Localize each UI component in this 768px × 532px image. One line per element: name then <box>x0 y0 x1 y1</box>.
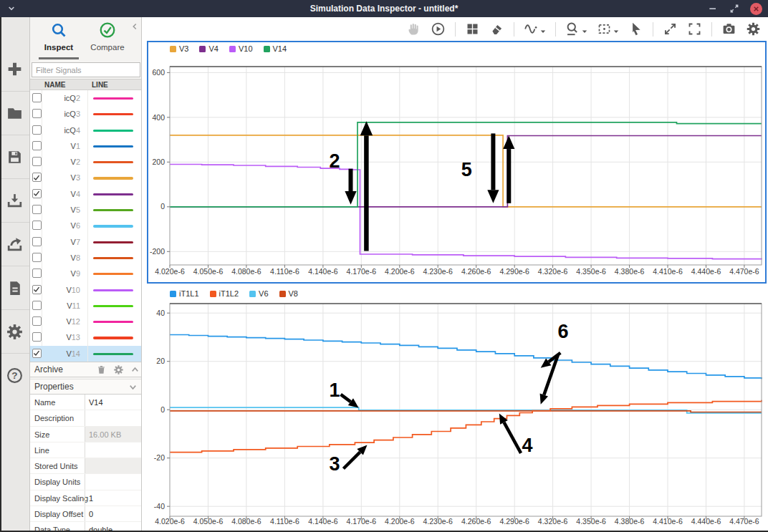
signal-line-swatch[interactable] <box>93 225 133 227</box>
toolbar-zoom-in-x-button[interactable] <box>565 21 587 37</box>
property-value[interactable] <box>85 474 141 489</box>
bottom-plot-canvas[interactable]: 40200-20-404.020e-64.050e-64.080e-64.110… <box>147 285 767 532</box>
chevron-left-icon[interactable] <box>130 21 140 32</box>
legend-item-V4[interactable]: V4 <box>199 44 218 53</box>
signal-row-V7[interactable]: V7 <box>30 234 141 250</box>
signal-line-swatch[interactable] <box>93 321 133 323</box>
signal-row-V13[interactable]: V13 <box>30 329 141 345</box>
signal-checkbox[interactable] <box>32 173 42 182</box>
signal-line-swatch[interactable] <box>93 130 133 132</box>
sidebar-report-document-button[interactable] <box>0 266 29 309</box>
signal-checkbox[interactable] <box>32 237 42 246</box>
signal-line-swatch[interactable] <box>93 289 133 291</box>
property-value[interactable]: V14 <box>85 395 141 410</box>
filter-signals-input[interactable] <box>32 62 140 77</box>
signal-line-swatch[interactable] <box>93 113 133 115</box>
chevron-up-icon[interactable] <box>130 364 140 375</box>
signal-line-swatch[interactable] <box>93 193 133 195</box>
toolbar-settings-gear-button[interactable] <box>746 21 761 37</box>
signal-row-icQ4[interactable]: icQ4 <box>30 122 141 138</box>
signal-checkbox[interactable] <box>32 269 42 278</box>
signal-line-swatch[interactable] <box>93 273 133 275</box>
signal-row-V3[interactable]: V3 <box>30 170 141 185</box>
toolbar-zoom-region-button[interactable] <box>597 21 619 37</box>
signal-line-swatch[interactable] <box>93 305 133 307</box>
signal-row-V12[interactable]: V12 <box>30 314 141 329</box>
sidebar-help-question-button[interactable]: ? <box>0 353 29 397</box>
property-value[interactable] <box>85 442 141 458</box>
signal-row-V14[interactable]: V14 <box>30 346 141 362</box>
toolbar-signal-wave-button[interactable] <box>524 21 546 37</box>
sidebar-open-folder-button[interactable] <box>0 91 29 135</box>
archive-bar[interactable]: Archive <box>30 362 141 377</box>
toolbar-eraser-button[interactable] <box>489 21 504 37</box>
signal-row-icQ2[interactable]: icQ2 <box>30 90 141 106</box>
restore-icon[interactable] <box>729 3 740 14</box>
signal-row-V6[interactable]: V6 <box>30 218 141 233</box>
property-value[interactable] <box>85 410 141 425</box>
signal-checkbox[interactable] <box>32 93 42 102</box>
signal-line-swatch[interactable] <box>93 241 133 243</box>
toolbar-snapshot-camera-button[interactable] <box>721 21 736 37</box>
signal-row-icQ3[interactable]: icQ3 <box>30 106 141 122</box>
signal-row-V1[interactable]: V1 <box>30 138 141 154</box>
sidebar-add-plus-button[interactable] <box>0 47 29 91</box>
signal-checkbox[interactable] <box>32 189 42 198</box>
signal-line-swatch[interactable] <box>93 337 133 339</box>
signal-row-V10[interactable]: V10 <box>30 282 141 298</box>
signal-checkbox[interactable] <box>32 253 42 262</box>
signal-row-V5[interactable]: V5 <box>30 202 141 218</box>
chevron-down-icon[interactable] <box>128 382 138 392</box>
legend-item-V10[interactable]: V10 <box>229 44 253 53</box>
signal-checkbox[interactable] <box>32 109 42 118</box>
toolbar-fit-to-view-button[interactable] <box>663 21 678 37</box>
signal-line-swatch[interactable] <box>93 97 133 100</box>
signal-checkbox[interactable] <box>32 205 42 214</box>
signal-checkbox[interactable] <box>32 285 42 294</box>
legend-item-V14[interactable]: V14 <box>264 44 287 53</box>
signal-checkbox[interactable] <box>32 125 42 135</box>
signal-checkbox[interactable] <box>32 157 42 166</box>
sidebar-import-download-button[interactable] <box>0 178 29 222</box>
minimize-icon[interactable] <box>707 3 719 14</box>
signal-line-swatch[interactable] <box>93 209 133 211</box>
signal-row-V4[interactable]: V4 <box>30 186 141 202</box>
signal-row-V2[interactable]: V2 <box>30 154 141 170</box>
toolbar-layout-grid-button[interactable] <box>465 21 480 37</box>
signal-row-V8[interactable]: V8 <box>30 250 141 266</box>
tab-compare[interactable]: Compare <box>85 21 130 52</box>
toolbar-pan-hand-button[interactable] <box>406 21 421 37</box>
signal-checkbox[interactable] <box>32 349 42 358</box>
gear-icon[interactable] <box>113 364 124 375</box>
legend-item-iT1L1[interactable]: iT1L1 <box>170 289 199 298</box>
sidebar-preferences-gear-button[interactable] <box>0 309 29 353</box>
signal-checkbox[interactable] <box>32 141 42 150</box>
property-value[interactable]: 1 <box>85 490 141 506</box>
signal-checkbox[interactable] <box>32 221 42 230</box>
legend-item-iT1L2[interactable]: iT1L2 <box>210 289 239 298</box>
signal-line-swatch[interactable] <box>93 257 133 259</box>
signal-line-swatch[interactable] <box>93 177 133 179</box>
toolbar-fullscreen-button[interactable] <box>687 21 702 37</box>
top-plot-canvas[interactable]: 6004002000-2004.020e-64.050e-64.080e-64.… <box>148 42 765 282</box>
signal-line-swatch[interactable] <box>93 161 133 163</box>
toolbar-replay-button[interactable] <box>431 21 446 37</box>
toolbar-cursor-arrow-button[interactable] <box>628 21 643 37</box>
legend-item-V3[interactable]: V3 <box>170 44 188 53</box>
legend-item-V6[interactable]: V6 <box>249 289 268 298</box>
legend-item-V8[interactable]: V8 <box>279 289 298 298</box>
signal-line-swatch[interactable] <box>93 145 133 147</box>
signal-row-V9[interactable]: V9 <box>30 266 141 281</box>
tab-inspect[interactable]: Inspect <box>37 21 80 52</box>
signal-line-swatch[interactable] <box>93 353 133 355</box>
trash-icon[interactable] <box>96 364 107 375</box>
signal-row-V11[interactable]: V11 <box>30 298 141 314</box>
properties-header[interactable]: Properties <box>30 379 141 395</box>
signal-checkbox[interactable] <box>32 301 42 310</box>
close-icon[interactable] <box>750 3 762 15</box>
sidebar-export-share-button[interactable] <box>0 222 29 266</box>
sidebar-save-floppy-button[interactable] <box>0 135 29 178</box>
property-value[interactable]: 0 <box>85 506 141 521</box>
signal-checkbox[interactable] <box>32 332 42 342</box>
signal-checkbox[interactable] <box>32 316 42 326</box>
